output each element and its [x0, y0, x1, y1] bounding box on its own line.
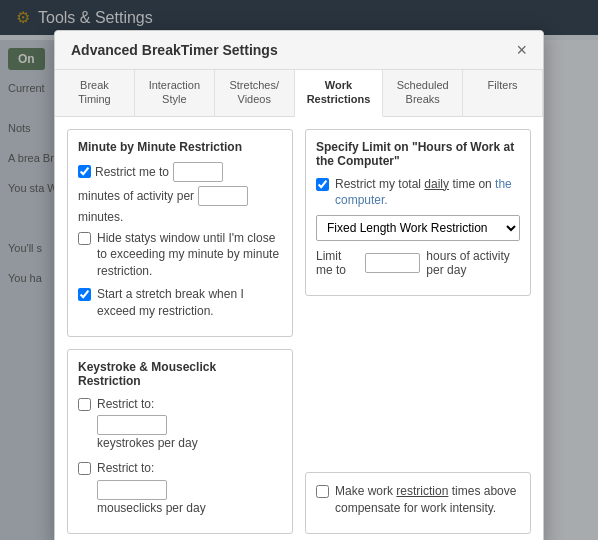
restrict-me-row: Restrict me to 40 minutes of activity pe… [78, 162, 282, 224]
keystroke-section-title: Keystroke & Mouseclick Restriction [78, 360, 282, 388]
right-panel: Specify Limit on "Hours of Work at the C… [305, 129, 531, 534]
keystrokes-input[interactable]: 15000 [97, 415, 167, 435]
tab-scheduled-breaks[interactable]: Scheduled Breaks [383, 70, 463, 116]
restriction-underline: restriction [396, 484, 448, 498]
limit-row: Limit me to 4.5 hours of activity per da… [316, 249, 520, 277]
restriction-type-dropdown[interactable]: Fixed Length Work Restriction Variable L… [316, 215, 520, 241]
daily-time-label: Restrict my total daily time on the comp… [335, 176, 520, 210]
restrict-label-after: minutes. [78, 210, 123, 224]
restrict-me-checkbox[interactable] [78, 165, 91, 178]
modal-header: Advanced BreakTimer Settings × [55, 31, 543, 70]
restrict-minutes2-input[interactable]: 45 [198, 186, 248, 206]
daily-underline: daily [424, 177, 449, 191]
mouseclicks-input[interactable]: 1000 [97, 480, 167, 500]
keystroke-section: Keystroke & Mouseclick Restriction Restr… [67, 349, 293, 534]
keystrokes-row: Restrict to: 15000 keystrokes per day [78, 396, 282, 453]
close-button[interactable]: × [516, 41, 527, 59]
hide-status-label: Hide statys window until I'm close to ex… [97, 230, 282, 280]
compensate-label: Make work restriction times above compen… [335, 483, 520, 517]
hide-status-checkbox[interactable] [78, 232, 91, 245]
restrict-label-before: Restrict me to [95, 165, 169, 179]
limit-label-after: hours of activity per day [426, 249, 520, 277]
limit-label-before: Limit me to [316, 249, 359, 277]
hours-section-title: Specify Limit on "Hours of Work at the C… [316, 140, 520, 168]
tabs-container: Break Timing Interaction Style Stretches… [55, 70, 543, 117]
modal-title: Advanced BreakTimer Settings [71, 42, 278, 58]
minute-section-title: Minute by Minute Restriction [78, 140, 282, 154]
hours-section: Specify Limit on "Hours of Work at the C… [305, 129, 531, 297]
mouseclicks-label: Restrict to: [97, 461, 154, 475]
limit-value-input[interactable]: 4.5 [365, 253, 420, 273]
tab-interaction-style[interactable]: Interaction Style [135, 70, 215, 116]
keystrokes-unit: keystrokes per day [97, 436, 198, 450]
modal-overlay: Advanced BreakTimer Settings × Break Tim… [0, 0, 598, 540]
mouseclicks-unit: mouseclicks per day [97, 501, 206, 515]
compensate-section: Make work restriction times above compen… [305, 472, 531, 534]
daily-time-row: Restrict my total daily time on the comp… [316, 176, 520, 210]
restrict-label-middle: minutes of activity per [78, 189, 194, 203]
app-background: ⚙ Tools & Settings On Current Nots A bre… [0, 0, 598, 540]
start-stretch-label: Start a stretch break when I exceed my r… [97, 286, 282, 320]
start-stretch-checkbox[interactable] [78, 288, 91, 301]
restrict-minutes-input[interactable]: 40 [173, 162, 223, 182]
tab-stretches-videos[interactable]: Stretches/ Videos [215, 70, 295, 116]
tab-work-restrictions[interactable]: Work Restrictions [295, 70, 384, 117]
daily-time-checkbox[interactable] [316, 178, 329, 191]
modal: Advanced BreakTimer Settings × Break Tim… [54, 30, 544, 540]
keystrokes-label: Restrict to: [97, 397, 154, 411]
modal-body: Minute by Minute Restriction Restrict me… [55, 117, 543, 540]
left-panel: Minute by Minute Restriction Restrict me… [67, 129, 293, 534]
minute-restriction-section: Minute by Minute Restriction Restrict me… [67, 129, 293, 337]
compensate-row: Make work restriction times above compen… [316, 483, 520, 517]
hide-status-row: Hide statys window until I'm close to ex… [78, 230, 282, 280]
start-stretch-row: Start a stretch break when I exceed my r… [78, 286, 282, 320]
compensate-checkbox[interactable] [316, 485, 329, 498]
tab-filters[interactable]: Filters [463, 70, 543, 116]
keystrokes-checkbox[interactable] [78, 398, 91, 411]
mouseclicks-row: Restrict to: 1000 mouseclicks per day [78, 460, 282, 517]
mouseclicks-checkbox[interactable] [78, 462, 91, 475]
tab-break-timing[interactable]: Break Timing [55, 70, 135, 116]
